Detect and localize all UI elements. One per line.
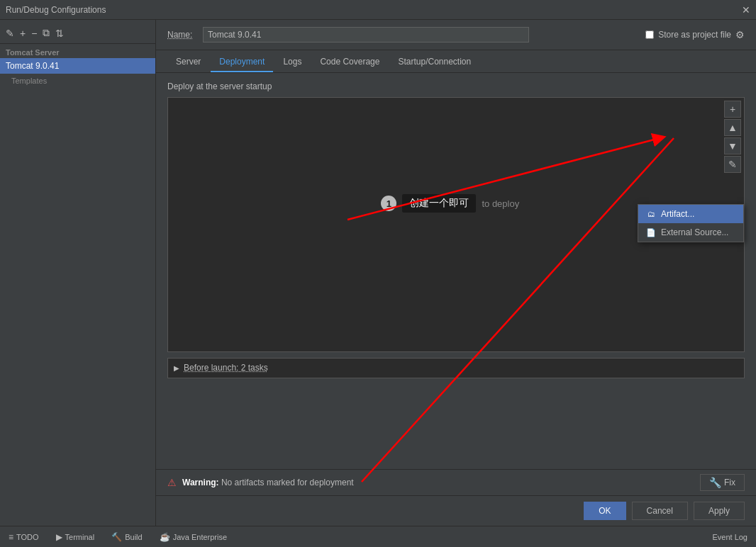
artifact-icon: 🗂: [645, 208, 657, 220]
tab-server[interactable]: Server: [167, 52, 209, 72]
deploy-section-label: Deploy at the server startup: [167, 81, 745, 91]
store-as-project-checkbox[interactable]: [645, 30, 654, 39]
name-label: Name:: [167, 30, 196, 40]
status-build[interactable]: 🔨 Build: [109, 531, 145, 543]
java-enterprise-icon: ☕: [160, 532, 170, 542]
deployment-tab-content: Deploy at the server startup + ▲ ▼ ✎ 1 创…: [156, 73, 756, 469]
apply-button[interactable]: Apply: [694, 502, 745, 520]
fix-button[interactable]: 🔧 Fix: [700, 474, 745, 491]
add-artifact-button[interactable]: +: [724, 101, 741, 118]
dropdown-external-label: External Source...: [661, 227, 728, 237]
sidebar-section-label: Tomcat Server: [0, 44, 155, 58]
status-java-enterprise-label: Java Enterprise: [173, 533, 227, 541]
build-icon: 🔨: [111, 532, 122, 542]
annotation-area: 1 创建一个即可 to deploy: [381, 194, 519, 213]
sidebar-item-tomcat[interactable]: Tomcat 9.0.41: [0, 58, 155, 74]
close-icon[interactable]: ✕: [742, 4, 750, 16]
store-as-project-area: Store as project file ⚙: [645, 29, 745, 40]
add-dropdown-menu: 🗂 Artifact... 📄 External Source...: [638, 204, 744, 242]
dropdown-artifact-item[interactable]: 🗂 Artifact...: [638, 205, 743, 223]
fix-icon: 🔧: [709, 477, 721, 488]
name-input[interactable]: [203, 27, 529, 43]
move-down-button[interactable]: ▼: [724, 137, 741, 154]
tab-code-coverage[interactable]: Code Coverage: [311, 52, 388, 72]
warning-text: Warning: No artifacts marked for deploym…: [182, 478, 694, 487]
deploy-empty-text: to deploy: [482, 198, 519, 209]
before-launch-section: ▶ Before launch: 2 tasks: [167, 358, 745, 378]
status-terminal-label: Terminal: [65, 533, 95, 541]
before-launch-arrow-icon: ▶: [174, 364, 179, 372]
deploy-area: + ▲ ▼ ✎ 1 创建一个即可 to deploy 🗂 Artifact...: [167, 97, 745, 352]
name-row: Name: Store as project file ⚙: [156, 20, 756, 50]
sort-button[interactable]: ⇅: [54, 26, 65, 40]
before-launch-label: Before launch: 2 tasks: [184, 363, 268, 373]
bottom-buttons: OK Cancel Apply: [156, 495, 756, 526]
sidebar-item-label: Tomcat 9.0.41: [6, 61, 59, 71]
move-up-button[interactable]: ▲: [724, 119, 741, 136]
before-launch-header[interactable]: ▶ Before launch: 2 tasks: [168, 359, 744, 378]
content-area: Name: Store as project file ⚙ Server Dep…: [156, 20, 756, 526]
add-config-button[interactable]: +: [18, 26, 27, 40]
terminal-icon: ▶: [56, 532, 62, 542]
edit-config-button[interactable]: ✎: [4, 26, 16, 40]
ok-button[interactable]: OK: [584, 502, 626, 520]
edit-artifact-button[interactable]: ✎: [724, 156, 741, 173]
tab-startup-connection[interactable]: Startup/Connection: [389, 52, 479, 72]
status-todo[interactable]: ≡ TODO: [6, 531, 42, 543]
sidebar: ✎ + − ⧉ ⇅ Tomcat Server Tomcat 9.0.41 Te…: [0, 20, 156, 526]
todo-icon: ≡: [9, 532, 13, 542]
status-event-log[interactable]: Event Log: [709, 531, 750, 543]
main-layout: ✎ + − ⧉ ⇅ Tomcat Server Tomcat 9.0.41 Te…: [0, 20, 756, 526]
warning-bar: ⚠ Warning: No artifacts marked for deplo…: [156, 469, 756, 495]
annotation-tooltip: 创建一个即可: [402, 194, 476, 213]
cancel-button[interactable]: Cancel: [632, 502, 688, 520]
status-todo-label: TODO: [16, 533, 39, 541]
status-build-label: Build: [125, 533, 142, 541]
store-as-project-label: Store as project file: [658, 30, 731, 40]
status-bar: ≡ TODO ▶ Terminal 🔨 Build ☕ Java Enterpr…: [0, 526, 756, 547]
tab-deployment[interactable]: Deployment: [211, 52, 273, 72]
gear-icon[interactable]: ⚙: [735, 29, 745, 40]
dropdown-artifact-label: Artifact...: [661, 209, 694, 219]
fix-label: Fix: [724, 478, 735, 487]
status-event-log-label: Event Log: [712, 533, 747, 541]
remove-config-button[interactable]: −: [30, 26, 38, 40]
sidebar-templates-label: Templates: [0, 74, 155, 86]
external-source-icon: 📄: [645, 227, 657, 238]
copy-config-button[interactable]: ⧉: [41, 26, 51, 40]
tabs-row: Server Deployment Logs Code Coverage Sta…: [156, 50, 756, 73]
title-bar: Run/Debug Configurations ✕: [0, 0, 756, 20]
warning-icon: ⚠: [167, 477, 177, 488]
status-java-enterprise[interactable]: ☕ Java Enterprise: [157, 531, 230, 543]
deploy-actions: + ▲ ▼ ✎: [724, 101, 741, 173]
window-title: Run/Debug Configurations: [6, 5, 106, 15]
status-terminal[interactable]: ▶ Terminal: [53, 531, 98, 543]
annotation-badge: 1: [381, 196, 396, 211]
dropdown-external-source-item[interactable]: 📄 External Source...: [638, 223, 743, 242]
sidebar-toolbar: ✎ + − ⧉ ⇅: [0, 23, 155, 44]
tab-logs[interactable]: Logs: [274, 52, 310, 72]
